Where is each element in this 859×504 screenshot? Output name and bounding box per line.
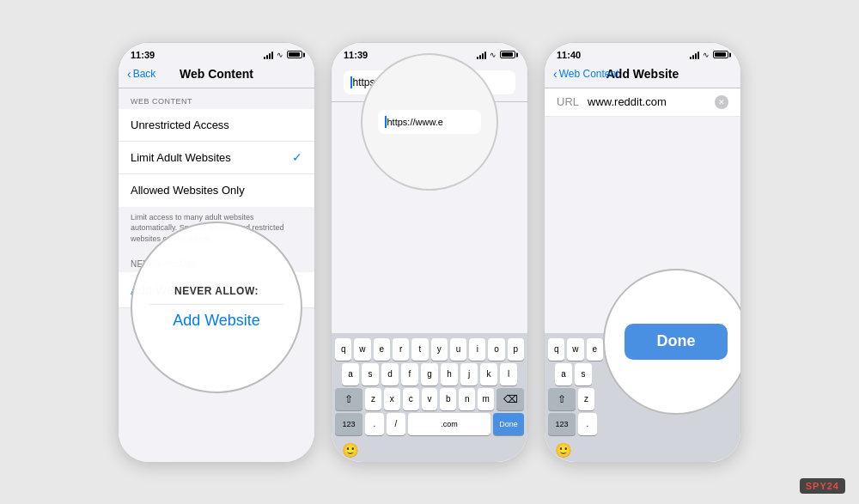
key-j[interactable]: j [460, 363, 478, 386]
status-icons-1: ∿ [264, 51, 302, 59]
keyboard-row-3: ⇧ z x c v b n m ⌫ [335, 388, 524, 410]
back-button-3[interactable]: ‹ Web Content [553, 67, 619, 81]
key-b[interactable]: b [440, 388, 456, 410]
url-clear-button[interactable]: ✕ [715, 95, 728, 109]
url-cursor [385, 116, 387, 128]
key-g[interactable]: g [421, 363, 438, 386]
unrestricted-label: Unrestricted Access [131, 118, 229, 131]
text-cursor [350, 76, 352, 88]
phone-frame-1: 11:39 ∿ ‹ Ba [118, 42, 315, 463]
key-done[interactable]: Done [493, 413, 524, 435]
section-header-1: WEB CONTENT [119, 88, 314, 109]
url-bar-zoomed: https://www.e [378, 110, 481, 134]
key-z[interactable]: z [365, 388, 381, 410]
status-icons-3: ∿ [690, 51, 728, 59]
circle-never-allow-label: NEVER ALLOW: [174, 285, 259, 297]
chevron-left-icon: ‹ [127, 67, 131, 81]
checkmark-icon: ✓ [292, 150, 302, 164]
url-field-row: URL www.reddit.com ✕ [545, 88, 740, 117]
list-item-unrestricted[interactable]: Unrestricted Access [119, 109, 314, 142]
watermark: SPY24 [800, 478, 845, 494]
emoji-bar-2: 🙂 [332, 439, 527, 462]
key-z-3[interactable]: z [578, 388, 594, 410]
status-time-1: 11:39 [131, 50, 155, 60]
key-v[interactable]: v [422, 388, 438, 410]
keyboard-row-2: a s d f g h j k l [335, 363, 524, 386]
key-period[interactable]: . [365, 413, 384, 435]
done-button-label: Done [657, 332, 696, 350]
url-zoom-circle: https://www.e [361, 53, 498, 191]
key-t[interactable]: t [411, 338, 428, 361]
wifi-icon-3: ∿ [703, 51, 710, 59]
key-slash[interactable]: / [387, 413, 405, 435]
nav-bar-3: ‹ Web Content Add Website [545, 64, 740, 88]
emoji-icon[interactable]: 🙂 [342, 442, 359, 458]
key-e[interactable]: e [374, 338, 390, 361]
key-q-3[interactable]: q [548, 338, 564, 361]
back-button-1[interactable]: ‹ Back [127, 67, 155, 81]
key-l[interactable]: l [500, 363, 517, 386]
key-s-3[interactable]: s [575, 363, 592, 386]
status-icons-2: ∿ [477, 51, 515, 59]
nav-title-1: Web Content [180, 67, 253, 81]
status-bar-1: 11:39 ∿ [119, 43, 314, 64]
key-p[interactable]: p [508, 338, 524, 361]
circle-content-1: NEVER ALLOW: Add Website [132, 223, 301, 392]
key-k[interactable]: k [480, 363, 497, 386]
keyboard-row-3-4: 123 . / .com Done [548, 413, 737, 435]
circle-add-website[interactable]: Add Website [173, 312, 260, 330]
key-o[interactable]: o [488, 338, 504, 361]
signal-icon-3 [690, 51, 699, 59]
key-123-3[interactable]: 123 [548, 413, 576, 435]
key-a-3[interactable]: a [555, 363, 572, 386]
key-e-3[interactable]: e [587, 338, 603, 361]
key-h[interactable]: h [441, 363, 458, 386]
key-u[interactable]: u [450, 338, 466, 361]
back-label-3: Web Content [559, 68, 619, 80]
key-x[interactable]: x [384, 388, 400, 410]
key-f[interactable]: f [401, 363, 418, 386]
key-s[interactable]: s [362, 363, 379, 386]
key-delete[interactable]: ⌫ [497, 388, 524, 410]
key-123[interactable]: 123 [335, 413, 362, 435]
watermark-text-2: 24 [827, 481, 839, 491]
url-field-value[interactable]: www.reddit.com [588, 95, 708, 108]
key-q[interactable]: q [335, 338, 351, 361]
key-a[interactable]: a [342, 363, 359, 386]
key-r[interactable]: r [393, 338, 409, 361]
list-item-adult[interactable]: Limit Adult Websites ✓ [119, 142, 314, 174]
chevron-left-icon-3: ‹ [553, 67, 557, 81]
battery-icon-2 [500, 51, 515, 58]
adult-label: Limit Adult Websites [131, 151, 231, 164]
key-w-3[interactable]: w [567, 338, 583, 361]
key-w[interactable]: w [354, 338, 370, 361]
wifi-icon-2: ∿ [490, 51, 497, 59]
phone-frame-3: 11:40 ∿ ‹ We [544, 42, 741, 463]
key-m[interactable]: m [478, 388, 494, 410]
signal-icon-2 [477, 51, 486, 59]
nav-bar-1: ‹ Back Web Content [119, 64, 314, 88]
key-y[interactable]: y [431, 338, 448, 361]
watermark-text-1: SPY [806, 481, 827, 491]
keyboard-row-1: q w e r t y u i o p [335, 338, 524, 361]
status-bar-3: 11:40 ∿ [545, 43, 740, 64]
key-c[interactable]: c [403, 388, 419, 410]
battery-icon [287, 51, 302, 58]
done-button-zoomed[interactable]: Done [624, 324, 728, 360]
key-d[interactable]: d [381, 363, 399, 386]
phone-frame-2: 11:39 ∿ htt [331, 42, 528, 463]
key-shift[interactable]: ⇧ [335, 388, 362, 410]
allowed-label: Allowed Websites Only [131, 184, 245, 197]
never-allow-circle: NEVER ALLOW: Add Website [131, 222, 302, 393]
signal-icon [264, 51, 273, 59]
emoji-bar-3: 🙂 [545, 439, 740, 462]
key-i[interactable]: i [469, 338, 485, 361]
key-dotcom[interactable]: .com [408, 413, 490, 435]
list-item-allowed[interactable]: Allowed Websites Only [119, 174, 314, 207]
key-shift-3[interactable]: ⇧ [548, 388, 576, 410]
keyboard-row-4: 123 . / .com Done [335, 413, 524, 435]
key-period-3[interactable]: . [578, 413, 597, 435]
done-circle: Done [603, 269, 741, 415]
key-n[interactable]: n [459, 388, 475, 410]
emoji-icon-3[interactable]: 🙂 [555, 442, 572, 458]
